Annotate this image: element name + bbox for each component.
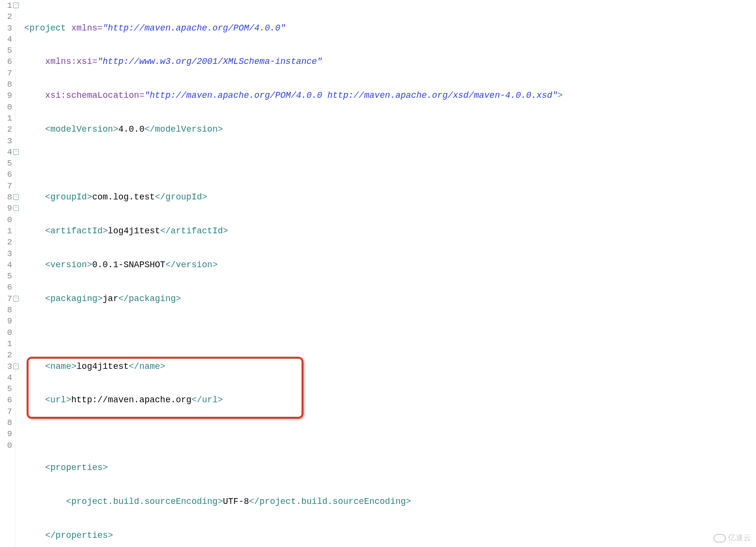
xml-tag: </packaging> (118, 294, 181, 304)
xml-text: http://maven.apache.org (71, 395, 191, 405)
code-line[interactable]: <url>http://maven.apache.org</url> (24, 395, 756, 406)
line-number: 3 (0, 136, 12, 147)
line-number: 5 (0, 383, 12, 395)
line-number: 1 (0, 113, 12, 124)
line-number: 2 (0, 349, 12, 361)
code-line[interactable]: <artifactId>log4j1test</artifactId> (24, 226, 756, 237)
line-number: 3 (0, 248, 12, 259)
code-line[interactable]: xsi:schemaLocation="http://maven.apache.… (24, 90, 756, 101)
code-line[interactable]: <groupId>com.log.test</groupId> (24, 192, 756, 203)
xml-tag: </name> (129, 362, 166, 371)
line-number: 6 (0, 169, 12, 180)
xml-tag: </url> (192, 395, 223, 405)
line-number: 9 (0, 90, 12, 101)
line-number: 4− (0, 147, 12, 158)
code-line[interactable]: <project xmlns="http://maven.apache.org/… (24, 23, 756, 34)
code-line[interactable]: <project.build.sourceEncoding>UTF-8</pro… (24, 496, 756, 507)
xml-tag: <modelVersion> (45, 124, 118, 134)
xml-tag: <properties> (45, 463, 108, 472)
watermark-text: 亿速云 (728, 533, 751, 543)
line-number: 4 (0, 34, 12, 45)
xml-tag: </modelVersion> (144, 124, 223, 134)
xml-attr-value: "http://maven.apache.org/POM/4.0.0" (103, 23, 286, 33)
line-number: 5 (0, 45, 12, 56)
line-number: 9 (0, 316, 12, 327)
xml-attr-value: "http://maven.apache.org/POM/4.0.0 http:… (144, 91, 557, 100)
xml-attr: xmlns= (71, 23, 103, 33)
xml-text: 4.0.0 (118, 124, 144, 134)
line-number: 1− (0, 0, 12, 11)
line-number-gutter: 1−2345678901234−5678−9−01234567−890123−4… (0, 0, 15, 547)
line-number: 9− (0, 203, 12, 214)
line-number: 8 (0, 417, 12, 428)
code-line[interactable]: <properties> (24, 462, 756, 473)
xml-attr-value: "http://www.w3.org/2001/XMLSchema-instan… (97, 57, 322, 66)
xml-tag: </properties> (45, 531, 113, 540)
xml-tag: <name> (45, 362, 76, 371)
line-number: 6 (0, 56, 12, 67)
xml-text: log4j1test (76, 362, 129, 371)
line-number: 9 (0, 428, 12, 440)
line-number: 4 (0, 372, 12, 383)
line-number: 0 (0, 102, 12, 113)
line-number: 6 (0, 395, 12, 406)
line-number: 8− (0, 192, 12, 203)
line-number: 8 (0, 304, 12, 316)
code-line[interactable]: <name>log4j1test</name> (24, 361, 756, 372)
line-number: 1 (0, 226, 12, 237)
code-line[interactable]: </properties> (24, 530, 756, 541)
line-number: 5 (0, 271, 12, 282)
code-line[interactable] (24, 327, 756, 338)
xml-tag: </version> (166, 260, 218, 270)
xml-text: jar (103, 294, 118, 304)
code-line[interactable]: <version>0.0.1-SNAPSHOT</version> (24, 259, 756, 271)
code-editor[interactable]: <project xmlns="http://maven.apache.org/… (15, 0, 756, 547)
xml-attr: xsi:schemaLocation= (45, 91, 144, 100)
xml-tag: </artifactId> (160, 226, 228, 236)
watermark-logo-icon (713, 534, 726, 543)
xml-text: log4j1test (108, 226, 160, 236)
line-number: 4 (0, 259, 12, 271)
line-number: 8 (0, 79, 12, 90)
xml-tag: <url> (45, 395, 71, 405)
xml-tag: <packaging> (45, 294, 103, 304)
xml-tag: <groupId> (45, 192, 92, 202)
code-line[interactable]: <modelVersion>4.0.0</modelVersion> (24, 124, 756, 135)
xml-tag: > (558, 91, 563, 100)
line-number: 6 (0, 282, 12, 293)
xml-attr: xmlns:xsi= (45, 57, 97, 66)
code-line[interactable]: <packaging>jar</packaging> (24, 293, 756, 304)
line-number: 7 (0, 406, 12, 417)
xml-tag: </project.build.sourceEncoding> (249, 497, 411, 506)
code-line[interactable] (24, 428, 756, 440)
line-number: 0 (0, 327, 12, 338)
line-number: 2 (0, 237, 12, 248)
line-number: 2 (0, 11, 12, 22)
xml-tag: </groupId> (155, 192, 207, 202)
code-line[interactable]: xmlns:xsi="http://www.w3.org/2001/XMLSch… (24, 56, 756, 67)
watermark: 亿速云 (713, 533, 751, 543)
xml-tag: <version> (45, 260, 92, 270)
xml-text: com.log.test (92, 192, 155, 202)
xml-tag: <project (24, 23, 66, 33)
line-number: 3− (0, 361, 12, 372)
line-number: 1 (0, 338, 12, 349)
xml-tag: <project.build.sourceEncoding> (66, 497, 223, 506)
line-number: 7 (0, 181, 12, 192)
line-number: 0 (0, 214, 12, 226)
line-number: 7 (0, 68, 12, 79)
code-line[interactable] (24, 158, 756, 169)
line-number: 2 (0, 124, 12, 135)
line-number: 0 (0, 440, 12, 451)
xml-text: UTF-8 (223, 497, 249, 506)
xml-text: 0.0.1-SNAPSHOT (92, 260, 165, 270)
line-number: 3 (0, 23, 12, 34)
xml-tag: <artifactId> (45, 226, 108, 236)
line-number: 5 (0, 158, 12, 169)
line-number: 7− (0, 293, 12, 304)
